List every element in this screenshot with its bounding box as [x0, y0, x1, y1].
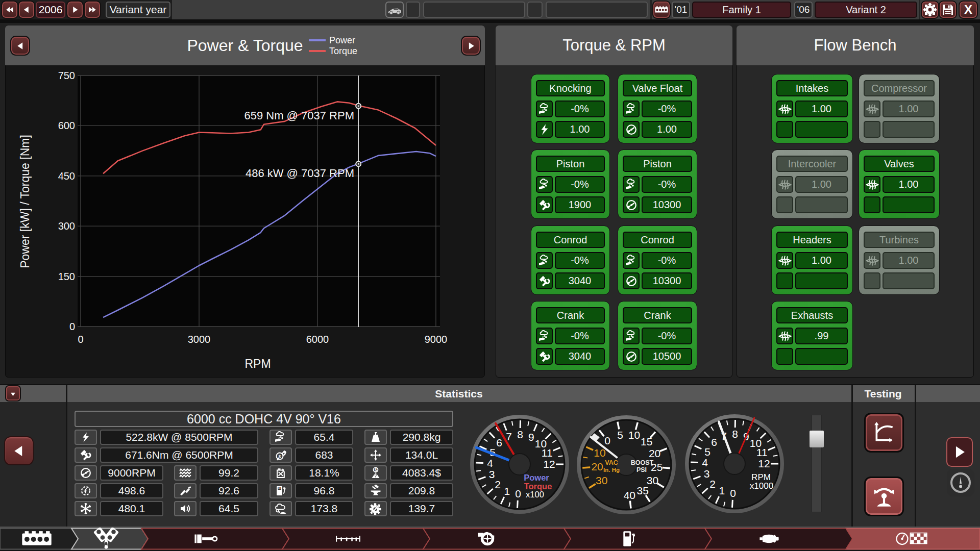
svg-text:450: 450 — [58, 170, 75, 182]
svg-text:35: 35 — [637, 485, 649, 496]
svg-text:BOOST: BOOST — [631, 459, 654, 466]
svg-text:91: 91 — [278, 487, 281, 490]
svg-text:Power [kW] / Torque [Nm]: Power [kW] / Torque [Nm] — [18, 135, 32, 268]
svg-text:150: 150 — [58, 271, 75, 282]
svg-text:5: 5 — [617, 429, 623, 441]
svg-text:4: 4 — [702, 457, 708, 468]
svg-text:10: 10 — [628, 429, 640, 441]
svg-text:9: 9 — [528, 431, 534, 443]
svg-text:486 kW @ 7037 RPM: 486 kW @ 7037 RPM — [246, 167, 354, 180]
svg-text:0: 0 — [515, 488, 521, 499]
svg-text:12: 12 — [758, 458, 770, 469]
svg-text:0: 0 — [730, 487, 736, 499]
svg-text:11: 11 — [756, 446, 768, 458]
svg-text:3: 3 — [704, 468, 710, 480]
svg-text:8: 8 — [517, 429, 523, 440]
svg-text:1: 1 — [504, 485, 510, 497]
svg-text:750: 750 — [58, 70, 75, 81]
svg-text:0: 0 — [69, 321, 75, 332]
svg-text:600: 600 — [58, 120, 75, 131]
svg-text:2: 2 — [495, 479, 501, 490]
svg-text:8: 8 — [732, 428, 738, 440]
svg-text:RPM: RPM — [244, 357, 271, 370]
svg-text:6: 6 — [711, 436, 717, 448]
svg-text:In. Hg: In. Hg — [603, 467, 620, 473]
svg-text:x1000: x1000 — [750, 481, 773, 491]
svg-text:6: 6 — [496, 437, 502, 448]
svg-text:0: 0 — [78, 334, 83, 345]
svg-text:Power: Power — [524, 473, 549, 482]
svg-text:x100: x100 — [526, 490, 544, 499]
svg-text:3000: 3000 — [188, 334, 211, 345]
svg-text:12: 12 — [543, 458, 555, 470]
svg-text:40: 40 — [624, 489, 635, 501]
svg-text:20: 20 — [591, 461, 603, 472]
svg-text:300: 300 — [58, 220, 75, 232]
svg-text:15: 15 — [641, 436, 652, 447]
svg-text:4: 4 — [487, 457, 493, 469]
svg-text:9000: 9000 — [425, 334, 448, 345]
svg-text:5: 5 — [704, 446, 710, 458]
svg-text:3: 3 — [489, 468, 495, 480]
svg-text:30: 30 — [596, 474, 607, 486]
svg-text:6000: 6000 — [306, 334, 329, 345]
svg-text:$: $ — [375, 467, 377, 472]
svg-text:11: 11 — [542, 447, 553, 459]
svg-text:20: 20 — [649, 447, 660, 459]
svg-text:1: 1 — [719, 485, 725, 496]
svg-text:PSI: PSI — [636, 466, 647, 473]
svg-text:2: 2 — [709, 478, 716, 490]
svg-text:10: 10 — [594, 447, 605, 459]
svg-text:VAC: VAC — [605, 459, 618, 466]
svg-text:659 Nm @ 7037 RPM: 659 Nm @ 7037 RPM — [244, 109, 354, 122]
svg-text:0: 0 — [604, 435, 610, 446]
